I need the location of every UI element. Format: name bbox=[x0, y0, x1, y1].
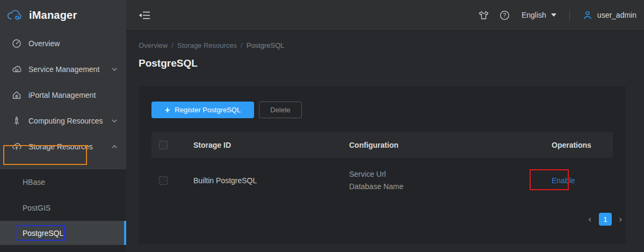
column-header-configuration: Configuration bbox=[349, 141, 540, 149]
sidebar: iManager Overview Service Management iPo… bbox=[0, 0, 126, 252]
main-content: Overview / Storage Resources / PostgreSQ… bbox=[126, 31, 644, 252]
sidebar-item-label: Storage Resources bbox=[28, 142, 93, 151]
cloud-upload-icon bbox=[12, 142, 21, 152]
column-header-storage-id: Storage ID bbox=[193, 141, 349, 149]
register-postgresql-button[interactable]: + Register PostgreSQL bbox=[151, 102, 254, 118]
help-circle-icon[interactable]: ? bbox=[500, 10, 510, 20]
breadcrumb-separator: / bbox=[241, 41, 243, 49]
sidebar-item-label: Overview bbox=[28, 39, 60, 48]
toolbar: + Register PostgreSQL Delete bbox=[151, 102, 302, 118]
svg-text:?: ? bbox=[503, 12, 506, 18]
topbar-actions: ? English user_admin bbox=[479, 10, 644, 20]
user-menu[interactable]: user_admin bbox=[583, 10, 636, 20]
configuration-database-name: Database Name bbox=[349, 181, 540, 193]
table-header-row: Storage ID Configuration Operations bbox=[151, 132, 613, 158]
enable-link[interactable]: Enable bbox=[552, 176, 575, 185]
sidebar-item-storage-resources[interactable]: Storage Resources bbox=[0, 134, 126, 160]
select-all-checkbox[interactable] bbox=[159, 141, 168, 149]
sidebar-item-iportal-management[interactable]: iPortal Management bbox=[0, 82, 126, 108]
page-number-1[interactable]: 1 bbox=[599, 213, 612, 226]
sidebar-subitem-label: PostgreSQL bbox=[23, 229, 63, 237]
language-selector[interactable]: English bbox=[522, 11, 556, 19]
sidebar-subitem-hbase[interactable]: HBase bbox=[0, 169, 126, 195]
topbar: ? English user_admin bbox=[126, 0, 644, 31]
breadcrumb-overview[interactable]: Overview bbox=[139, 41, 168, 49]
pagination: ‹ 1 › bbox=[588, 213, 623, 226]
topbar-divider bbox=[569, 10, 570, 20]
sidebar-item-label: Service Management bbox=[28, 65, 99, 74]
configuration-cell: Service Url Database Name bbox=[349, 168, 540, 193]
chevron-up-icon bbox=[111, 145, 118, 149]
chevron-down-icon bbox=[111, 119, 118, 123]
user-icon bbox=[583, 10, 592, 20]
storage-id-cell: Builtin PostgreSQL bbox=[193, 176, 349, 185]
content-card: + Register PostgreSQL Delete Storage ID … bbox=[139, 86, 626, 244]
sidebar-subitem-label: HBase bbox=[23, 178, 45, 186]
next-page-icon[interactable]: › bbox=[619, 214, 623, 224]
home-icon bbox=[12, 90, 21, 100]
sidebar-item-label: iPortal Management bbox=[28, 91, 96, 99]
dashboard-icon bbox=[12, 39, 21, 48]
chevron-down-icon bbox=[111, 67, 118, 71]
sidebar-subitem-label: PostGIS bbox=[23, 204, 50, 212]
plus-icon: + bbox=[165, 106, 170, 114]
breadcrumb-postgresql: PostgreSQL bbox=[247, 41, 285, 49]
username: user_admin bbox=[597, 11, 636, 19]
tshirt-icon[interactable] bbox=[479, 11, 489, 20]
row-checkbox[interactable] bbox=[159, 176, 168, 185]
sidebar-item-label: Computing Resources bbox=[28, 117, 103, 125]
breadcrumb: Overview / Storage Resources / PostgreSQ… bbox=[139, 41, 285, 49]
storage-table: Storage ID Configuration Operations Buil… bbox=[151, 132, 613, 203]
cloud-service-icon bbox=[12, 64, 21, 74]
sidebar-subitem-postgis[interactable]: PostGIS bbox=[0, 195, 126, 221]
delete-button[interactable]: Delete bbox=[259, 102, 302, 118]
sidebar-subitem-postgresql[interactable]: PostgreSQL bbox=[0, 221, 126, 245]
configuration-service-url: Service Url bbox=[349, 168, 540, 181]
page-title: PostgreSQL bbox=[139, 57, 198, 69]
column-header-operations: Operations bbox=[540, 141, 613, 149]
app-logo: iManager bbox=[0, 0, 126, 31]
table-row: Builtin PostgreSQL Service Url Database … bbox=[151, 158, 613, 203]
register-button-label: Register PostgreSQL bbox=[175, 106, 241, 114]
storage-resources-submenu: HBase PostGIS PostgreSQL bbox=[0, 169, 126, 252]
chevron-down-icon bbox=[551, 13, 556, 17]
sidebar-item-overview[interactable]: Overview bbox=[0, 31, 126, 56]
collapse-sidebar-icon[interactable] bbox=[139, 11, 150, 20]
delete-button-label: Delete bbox=[270, 106, 291, 114]
sidebar-item-computing-resources[interactable]: Computing Resources bbox=[0, 108, 126, 134]
sidebar-item-service-management[interactable]: Service Management bbox=[0, 56, 126, 82]
app-title: iManager bbox=[29, 9, 77, 21]
rocket-icon bbox=[12, 116, 21, 126]
previous-page-icon[interactable]: ‹ bbox=[588, 214, 592, 224]
breadcrumb-separator: / bbox=[171, 41, 173, 49]
cloud-gear-icon bbox=[6, 9, 24, 23]
language-label: English bbox=[522, 11, 546, 19]
breadcrumb-storage-resources[interactable]: Storage Resources bbox=[177, 41, 237, 49]
